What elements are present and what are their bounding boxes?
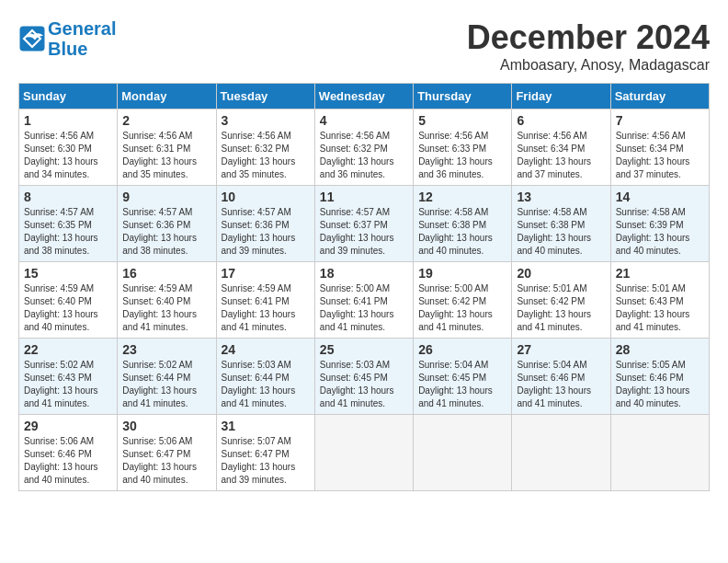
day-number: 29 [24, 419, 112, 433]
day-info: Sunrise: 5:04 AMSunset: 6:46 PMDaylight:… [517, 359, 605, 410]
table-row: 26Sunrise: 5:04 AMSunset: 6:45 PMDayligh… [414, 339, 512, 415]
table-row: 9Sunrise: 4:57 AMSunset: 6:36 PMDaylight… [118, 186, 216, 262]
day-number: 4 [320, 113, 408, 128]
day-info: Sunrise: 4:58 AMSunset: 6:38 PMDaylight:… [418, 206, 506, 258]
day-info: Sunrise: 5:05 AMSunset: 6:46 PMDaylight:… [616, 359, 704, 410]
table-row: 15Sunrise: 4:59 AMSunset: 6:40 PMDayligh… [19, 262, 118, 339]
table-row: 31Sunrise: 5:07 AMSunset: 6:47 PMDayligh… [216, 415, 314, 491]
day-number: 10 [222, 190, 310, 204]
table-row [314, 415, 413, 491]
day-number: 16 [122, 266, 210, 281]
logo-icon [18, 25, 46, 52]
table-row: 14Sunrise: 4:58 AMSunset: 6:39 PMDayligh… [610, 186, 709, 262]
day-info: Sunrise: 5:02 AMSunset: 6:43 PMDaylight:… [24, 359, 112, 410]
calendar-week-5: 29Sunrise: 5:06 AMSunset: 6:46 PMDayligh… [19, 415, 710, 491]
day-info: Sunrise: 5:07 AMSunset: 6:47 PMDaylight:… [222, 435, 310, 487]
table-row: 17Sunrise: 4:59 AMSunset: 6:41 PMDayligh… [216, 262, 314, 339]
day-number: 26 [418, 342, 506, 357]
table-row: 23Sunrise: 5:02 AMSunset: 6:44 PMDayligh… [118, 339, 216, 415]
day-number: 19 [418, 266, 506, 281]
table-row: 6Sunrise: 4:56 AMSunset: 6:34 PMDaylight… [512, 109, 610, 186]
day-number: 25 [320, 342, 408, 357]
day-number: 18 [320, 266, 408, 281]
table-row: 7Sunrise: 4:56 AMSunset: 6:34 PMDaylight… [610, 109, 709, 186]
day-number: 13 [517, 190, 605, 204]
day-number: 23 [122, 342, 210, 357]
day-number: 11 [320, 190, 408, 204]
day-info: Sunrise: 4:58 AMSunset: 6:39 PMDaylight:… [616, 206, 704, 258]
day-info: Sunrise: 5:06 AMSunset: 6:46 PMDaylight:… [24, 435, 112, 487]
day-info: Sunrise: 4:56 AMSunset: 6:33 PMDaylight:… [418, 130, 506, 181]
table-row: 13Sunrise: 4:58 AMSunset: 6:38 PMDayligh… [512, 186, 610, 262]
table-row: 29Sunrise: 5:06 AMSunset: 6:46 PMDayligh… [19, 415, 118, 491]
day-info: Sunrise: 4:56 AMSunset: 6:32 PMDaylight:… [320, 130, 408, 181]
day-info: Sunrise: 5:01 AMSunset: 6:42 PMDaylight:… [517, 282, 605, 334]
day-number: 14 [616, 190, 704, 204]
month-title: December 2024 [467, 18, 710, 57]
day-info: Sunrise: 4:58 AMSunset: 6:38 PMDaylight:… [517, 206, 605, 258]
table-row: 16Sunrise: 4:59 AMSunset: 6:40 PMDayligh… [118, 262, 216, 339]
day-info: Sunrise: 5:03 AMSunset: 6:44 PMDaylight:… [222, 359, 310, 410]
day-number: 31 [222, 419, 310, 433]
day-info: Sunrise: 4:57 AMSunset: 6:36 PMDaylight:… [222, 206, 310, 258]
table-row: 30Sunrise: 5:06 AMSunset: 6:47 PMDayligh… [118, 415, 216, 491]
day-number: 9 [122, 190, 210, 204]
day-number: 8 [24, 190, 112, 204]
day-info: Sunrise: 4:56 AMSunset: 6:32 PMDaylight:… [222, 130, 310, 181]
table-row: 11Sunrise: 4:57 AMSunset: 6:37 PMDayligh… [314, 186, 413, 262]
col-thursday: Thursday [414, 84, 512, 109]
day-info: Sunrise: 5:00 AMSunset: 6:41 PMDaylight:… [320, 282, 408, 334]
day-info: Sunrise: 4:59 AMSunset: 6:40 PMDaylight:… [24, 282, 112, 334]
table-row [610, 415, 709, 491]
day-number: 1 [24, 113, 112, 128]
day-info: Sunrise: 4:56 AMSunset: 6:30 PMDaylight:… [24, 130, 112, 181]
day-number: 20 [517, 266, 605, 281]
table-row: 18Sunrise: 5:00 AMSunset: 6:41 PMDayligh… [314, 262, 413, 339]
title-block: December 2024 Amboasary, Anosy, Madagasc… [467, 18, 710, 74]
day-info: Sunrise: 4:57 AMSunset: 6:37 PMDaylight:… [320, 206, 408, 258]
calendar-week-3: 15Sunrise: 4:59 AMSunset: 6:40 PMDayligh… [19, 262, 710, 339]
table-row: 2Sunrise: 4:56 AMSunset: 6:31 PMDaylight… [118, 109, 216, 186]
table-row: 19Sunrise: 5:00 AMSunset: 6:42 PMDayligh… [414, 262, 512, 339]
col-wednesday: Wednesday [314, 84, 413, 109]
day-info: Sunrise: 4:59 AMSunset: 6:41 PMDaylight:… [222, 282, 310, 334]
day-info: Sunrise: 5:02 AMSunset: 6:44 PMDaylight:… [122, 359, 210, 410]
col-saturday: Saturday [610, 84, 709, 109]
day-number: 21 [616, 266, 704, 281]
day-info: Sunrise: 4:56 AMSunset: 6:34 PMDaylight:… [616, 130, 704, 181]
table-row [414, 415, 512, 491]
day-info: Sunrise: 4:56 AMSunset: 6:34 PMDaylight:… [517, 130, 605, 181]
table-row: 21Sunrise: 5:01 AMSunset: 6:43 PMDayligh… [610, 262, 709, 339]
table-row: 5Sunrise: 4:56 AMSunset: 6:33 PMDaylight… [414, 109, 512, 186]
col-sunday: Sunday [19, 84, 118, 109]
day-info: Sunrise: 5:04 AMSunset: 6:45 PMDaylight:… [418, 359, 506, 410]
table-row: 8Sunrise: 4:57 AMSunset: 6:35 PMDaylight… [19, 186, 118, 262]
table-row: 22Sunrise: 5:02 AMSunset: 6:43 PMDayligh… [19, 339, 118, 415]
day-info: Sunrise: 4:57 AMSunset: 6:35 PMDaylight:… [24, 206, 112, 258]
day-info: Sunrise: 5:00 AMSunset: 6:42 PMDaylight:… [418, 282, 506, 334]
calendar-table: Sunday Monday Tuesday Wednesday Thursday… [18, 83, 710, 491]
table-row: 12Sunrise: 4:58 AMSunset: 6:38 PMDayligh… [414, 186, 512, 262]
col-tuesday: Tuesday [216, 84, 314, 109]
day-number: 3 [222, 113, 310, 128]
table-row [512, 415, 610, 491]
day-info: Sunrise: 5:06 AMSunset: 6:47 PMDaylight:… [122, 435, 210, 487]
calendar-week-4: 22Sunrise: 5:02 AMSunset: 6:43 PMDayligh… [19, 339, 710, 415]
day-number: 15 [24, 266, 112, 281]
day-number: 7 [616, 113, 704, 128]
table-row: 10Sunrise: 4:57 AMSunset: 6:36 PMDayligh… [216, 186, 314, 262]
page-header: General Blue December 2024 Amboasary, An… [18, 18, 710, 74]
table-row: 20Sunrise: 5:01 AMSunset: 6:42 PMDayligh… [512, 262, 610, 339]
calendar-week-1: 1Sunrise: 4:56 AMSunset: 6:30 PMDaylight… [19, 109, 710, 186]
col-friday: Friday [512, 84, 610, 109]
day-number: 24 [222, 342, 310, 357]
day-number: 17 [222, 266, 310, 281]
table-row: 28Sunrise: 5:05 AMSunset: 6:46 PMDayligh… [610, 339, 709, 415]
col-monday: Monday [118, 84, 216, 109]
calendar-header-row: Sunday Monday Tuesday Wednesday Thursday… [19, 84, 710, 109]
day-number: 28 [616, 342, 704, 357]
day-info: Sunrise: 5:01 AMSunset: 6:43 PMDaylight:… [616, 282, 704, 334]
day-info: Sunrise: 5:03 AMSunset: 6:45 PMDaylight:… [320, 359, 408, 410]
calendar-week-2: 8Sunrise: 4:57 AMSunset: 6:35 PMDaylight… [19, 186, 710, 262]
day-number: 22 [24, 342, 112, 357]
